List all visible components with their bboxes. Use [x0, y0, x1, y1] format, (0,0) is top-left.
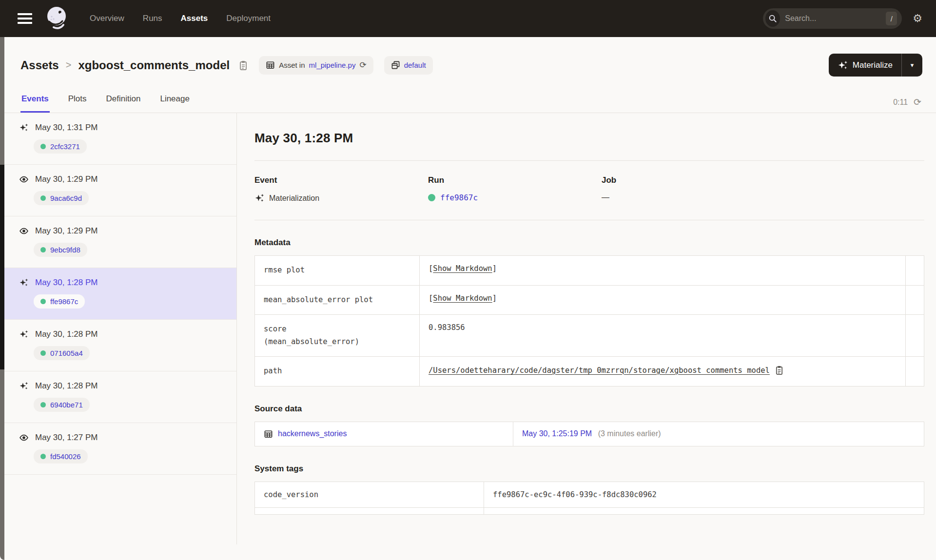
- pipeline-file-link[interactable]: ml_pipeline.py: [309, 61, 356, 69]
- metadata-row: rmse plot [Show Markdown]: [255, 256, 924, 286]
- materialization-sparkle-icon: [254, 193, 264, 203]
- run-pill: 071605a4: [34, 346, 90, 360]
- run-status-dot: [40, 247, 46, 252]
- observation-eye-icon: [19, 226, 29, 236]
- materialize-dropdown-button[interactable]: ▾: [902, 54, 922, 77]
- run-link[interactable]: ffe9867c: [50, 297, 78, 306]
- event-list-item[interactable]: May 30, 1:28 PM 6940be71: [4, 371, 236, 423]
- nav-overview[interactable]: Overview: [90, 14, 124, 23]
- event-list-item[interactable]: May 30, 1:28 PM 071605a4: [4, 320, 236, 371]
- metadata-row-end-cell: [906, 256, 924, 286]
- observation-eye-icon: [19, 174, 29, 184]
- tab-plots[interactable]: Plots: [67, 89, 88, 113]
- show-markdown-link[interactable]: [Show Markdown]: [429, 294, 497, 303]
- metadata-key: path: [255, 357, 420, 386]
- table-icon: [264, 429, 273, 439]
- asset-location-prefix: Asset in: [279, 61, 305, 69]
- event-time: May 30, 1:28 PM: [35, 329, 98, 339]
- asset-name: xgboost_comments_model: [78, 58, 230, 72]
- asset-header-row: Assets > xgboost_comments_model Asset in…: [0, 37, 936, 89]
- top-nav-bar: Overview Runs Assets Deployment / ⚙: [0, 0, 936, 37]
- path-link[interactable]: /Users/odetteharary/code/dagster/tmp_0mz…: [429, 366, 770, 375]
- search-shortcut-badge: /: [886, 12, 897, 25]
- copy-path-icon[interactable]: [775, 365, 784, 375]
- breadcrumb: Assets > xgboost_comments_model: [20, 58, 248, 72]
- run-status-dot: [40, 402, 46, 407]
- reload-location-icon[interactable]: ⟳: [359, 61, 366, 69]
- system-tags-table: code_version ffe9867c-ec9c-4f06-939c-f8d…: [254, 482, 924, 515]
- run-column-label: Run: [428, 175, 602, 185]
- metadata-table: rmse plot [Show Markdown] mean_absolute_…: [254, 255, 924, 386]
- event-type-value: Materialization: [269, 194, 319, 203]
- left-edge-panel: [0, 37, 4, 560]
- refresh-countdown: 0:11: [893, 98, 908, 107]
- repo-default-link[interactable]: default: [404, 61, 426, 69]
- table-icon: [266, 60, 275, 70]
- event-detail-title: May 30, 1:28 PM: [254, 131, 924, 146]
- metadata-key: rmse plot: [255, 256, 420, 286]
- system-tags-heading: System tags: [254, 464, 924, 474]
- chevron-down-icon: ▾: [911, 61, 914, 69]
- event-time: May 30, 1:28 PM: [35, 381, 98, 391]
- search-box[interactable]: /: [763, 8, 902, 29]
- asset-location-pill: Asset in ml_pipeline.py ⟳: [259, 56, 373, 75]
- event-time: May 30, 1:29 PM: [35, 226, 98, 236]
- event-list-item[interactable]: May 30, 1:29 PM 9ebc9fd8: [4, 216, 236, 268]
- event-list-item[interactable]: May 30, 1:27 PM fd540026: [4, 423, 236, 475]
- copy-asset-name-icon[interactable]: [238, 60, 248, 71]
- metadata-row: path /Users/odetteharary/code/dagster/tm…: [255, 357, 924, 386]
- event-time: May 30, 1:29 PM: [35, 174, 98, 184]
- search-input[interactable]: [785, 14, 886, 23]
- source-asset-link[interactable]: hackernews_stories: [278, 429, 347, 438]
- event-time: May 30, 1:28 PM: [35, 278, 98, 288]
- event-detail-panel: May 30, 1:28 PM Event Materialization Ru…: [237, 113, 936, 544]
- hamburger-menu-icon[interactable]: [18, 13, 32, 24]
- event-column-label: Event: [254, 175, 428, 185]
- tab-lineage[interactable]: Lineage: [159, 89, 191, 113]
- run-status-dot: [40, 195, 46, 201]
- tab-definition[interactable]: Definition: [105, 89, 142, 113]
- source-data-table: hackernews_stories May 30, 1:25:19 PM (3…: [254, 422, 924, 446]
- run-status-dot: [40, 350, 46, 356]
- system-tag-value: ffe9867c-ec9c-4f06-939c-f8dc830c0962: [484, 482, 924, 507]
- run-link[interactable]: ffe9867c: [440, 193, 478, 202]
- run-link[interactable]: 2cfc3271: [50, 142, 80, 151]
- event-time: May 30, 1:27 PM: [35, 433, 98, 443]
- metadata-row-end-cell: [906, 285, 924, 315]
- tab-events[interactable]: Events: [20, 89, 50, 113]
- source-data-row: hackernews_stories May 30, 1:25:19 PM (3…: [255, 422, 924, 446]
- run-link[interactable]: 9aca6c9d: [50, 194, 82, 202]
- run-pill: 2cfc3271: [34, 139, 87, 154]
- run-status-dot: [40, 454, 46, 459]
- metadata-key: mean_absolute_error plot: [255, 285, 420, 315]
- run-status-dot: [40, 144, 46, 149]
- run-link[interactable]: 071605a4: [50, 349, 83, 357]
- run-pill: 9ebc9fd8: [34, 243, 87, 257]
- show-markdown-link[interactable]: [Show Markdown]: [429, 264, 497, 273]
- materialize-button[interactable]: Materialize: [829, 54, 901, 77]
- event-list-item-selected[interactable]: May 30, 1:28 PM ffe9867c: [4, 268, 236, 320]
- metadata-row-end-cell: [906, 357, 924, 386]
- metadata-row: score(mean_absolute_error) 0.983856: [255, 315, 924, 357]
- search-icon: [765, 10, 780, 27]
- primary-nav: Overview Runs Assets Deployment: [90, 14, 271, 23]
- metadata-key: score(mean_absolute_error): [255, 315, 420, 357]
- run-link[interactable]: 9ebc9fd8: [50, 246, 80, 254]
- event-list-item[interactable]: May 30, 1:31 PM 2cfc3271: [4, 113, 236, 165]
- refresh-icon[interactable]: ⟳: [914, 97, 921, 107]
- breadcrumb-assets-link[interactable]: Assets: [20, 58, 59, 72]
- gear-icon[interactable]: ⚙: [913, 13, 922, 24]
- nav-assets[interactable]: Assets: [181, 14, 208, 23]
- run-pill: 6940be71: [34, 398, 90, 412]
- dagster-logo-icon[interactable]: [45, 6, 68, 31]
- nav-runs[interactable]: Runs: [143, 14, 162, 23]
- metadata-heading: Metadata: [254, 238, 924, 248]
- run-link[interactable]: fd540026: [50, 452, 81, 461]
- system-tag-row: code_version ffe9867c-ec9c-4f06-939c-f8d…: [255, 482, 924, 507]
- nav-deployment[interactable]: Deployment: [226, 14, 271, 23]
- run-link[interactable]: 6940be71: [50, 401, 83, 409]
- event-list-item[interactable]: May 30, 1:29 PM 9aca6c9d: [4, 165, 236, 216]
- materialization-sparkle-icon: [19, 329, 29, 339]
- run-pill: fd540026: [34, 449, 88, 463]
- source-timestamp-link[interactable]: May 30, 1:25:19 PM: [522, 429, 592, 438]
